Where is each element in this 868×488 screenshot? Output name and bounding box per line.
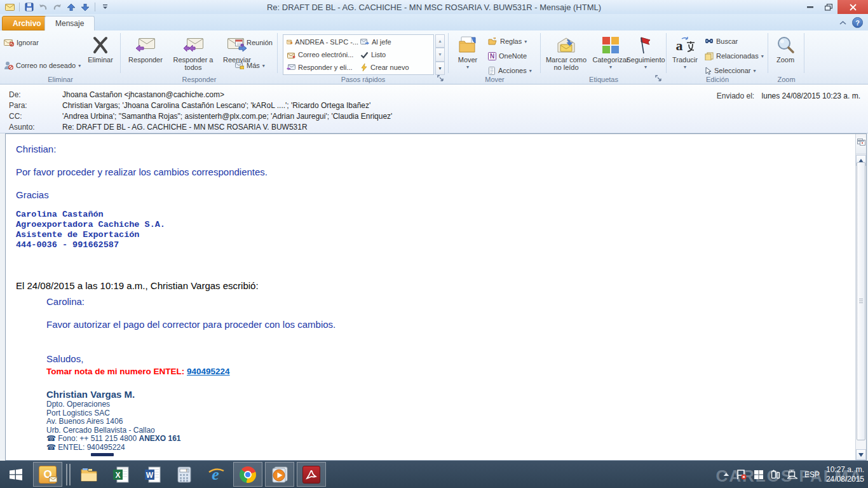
vertical-scrollbar[interactable]: [855, 134, 866, 460]
action-center-flag-icon[interactable]: [736, 470, 747, 480]
move-button[interactable]: Mover ▾: [451, 32, 484, 74]
header-cc-row: CC: 'Andrea Urbina'; "Samantha Rojas"; a…: [0, 112, 868, 123]
ribbon: Ignorar Correo no deseado ▾ Eliminar Eli…: [0, 30, 868, 85]
reply-envelope-icon: [135, 34, 156, 56]
title-bar: Re: DRAFT DE BL - AG. CACHICHE - MN MSC …: [0, 0, 868, 14]
ribbon-tab-row: Archivo Mensaje ?: [0, 14, 868, 30]
device-icon[interactable]: [770, 469, 780, 480]
start-icon: [9, 468, 23, 482]
dialog-launcher-icon[interactable]: [655, 75, 663, 83]
cc-value[interactable]: 'Andrea Urbina'; "Samantha Rojas"; asist…: [62, 112, 392, 123]
outlook-icon: O: [39, 466, 57, 484]
subject-value: Re: DRAFT DE BL - AG. CACHICHE - MN MSC …: [62, 123, 308, 133]
quickstep-al-jefe[interactable]: Al jefe: [358, 36, 432, 48]
minimize-button[interactable]: [801, 0, 819, 14]
help-icon[interactable]: ?: [852, 17, 863, 28]
to-label: Para:: [0, 101, 62, 112]
quickstep-andrea[interactable]: ANDREA - SLPC -...: [285, 36, 358, 48]
more-respond-button[interactable]: Más ▾: [235, 58, 273, 72]
calculator-icon: 0: [177, 466, 191, 483]
reply-button[interactable]: Responder: [123, 32, 168, 74]
svg-text:X: X: [115, 470, 120, 479]
scrollbar-thumb[interactable]: [857, 162, 865, 440]
scrollbar-split-handle[interactable]: [856, 138, 866, 154]
entel-note: Tomar nota de mi numero ENTEL: 940495224: [46, 365, 848, 377]
restore-button[interactable]: [819, 0, 837, 14]
acrobat-icon: [302, 466, 320, 484]
customize-qat-button[interactable]: [99, 1, 111, 13]
media-player-icon: [271, 466, 288, 483]
network-icon[interactable]: [787, 470, 798, 479]
taskbar-calculator[interactable]: 0: [170, 462, 199, 487]
quoted-message: Carolina: Favor autorizar el pago del co…: [46, 295, 848, 456]
taskbar-word[interactable]: W: [138, 462, 167, 487]
translate-button[interactable]: a Traducir ▾: [668, 32, 702, 74]
delete-x-icon: [91, 34, 110, 56]
sent-value: lunes 24/08/2015 10:23 a. m.: [762, 92, 860, 100]
clock[interactable]: 10:27 a. m. 24/08/2015: [826, 465, 864, 484]
zoom-magnifier-icon: [776, 34, 795, 56]
show-hidden-icons-icon[interactable]: [723, 472, 729, 477]
meeting-button[interactable]: Reunión: [235, 36, 273, 50]
signature-logo-partial: [91, 453, 114, 456]
next-item-button[interactable]: [79, 1, 91, 13]
taskbar-acrobat[interactable]: [297, 462, 326, 487]
windows-tray-icon[interactable]: [754, 470, 764, 480]
entel-number-link[interactable]: 940495224: [187, 367, 230, 376]
quickstep-correo-electronico[interactable]: Correo electróni...: [285, 48, 358, 61]
broken-image-icon: [857, 138, 865, 146]
taskbar-explorer[interactable]: [74, 462, 104, 487]
start-button[interactable]: [0, 461, 32, 488]
minimize-ribbon-icon[interactable]: [839, 20, 847, 25]
rules-button[interactable]: Reglas ▾: [488, 34, 532, 48]
taskbar-excel[interactable]: X: [106, 462, 135, 487]
scroll-down-button[interactable]: [856, 449, 866, 460]
from-value[interactable]: Jhoana Castañon <jhcastanon@cachiche.com…: [62, 90, 224, 101]
unread-envelope-icon: [555, 34, 577, 56]
sent-date: Enviado el: lunes 24/08/2015 10:23 a. m.: [717, 92, 860, 100]
mail-reply-icon: [287, 64, 295, 71]
taskbar-media-player[interactable]: [265, 462, 294, 487]
window-indicator-bars: [66, 464, 71, 485]
splitter-grip-icon: [858, 140, 864, 142]
group-label: Pasos rápidos: [278, 76, 449, 83]
cc-label: CC:: [0, 112, 62, 123]
gallery-more-button[interactable]: ▼: [435, 62, 445, 75]
taskbar-internet-explorer[interactable]: e: [201, 462, 231, 487]
taskbar-chrome[interactable]: [233, 462, 262, 487]
junk-mail-button[interactable]: Correo no deseado ▾: [4, 58, 81, 72]
tray-date: 24/08/2015: [826, 475, 864, 484]
dialog-launcher-icon[interactable]: [437, 75, 445, 83]
gallery-up-button[interactable]: ▲: [435, 34, 445, 48]
previous-item-button[interactable]: [65, 1, 77, 13]
group-responder: Responder Responder a todos Reenviar Reu…: [121, 30, 278, 85]
quickstep-listo[interactable]: Listo: [358, 48, 432, 61]
chrome-icon: [240, 466, 256, 483]
categorize-button[interactable]: Categorizar ▾: [590, 32, 631, 74]
related-button[interactable]: Relacionadas ▾: [705, 49, 764, 63]
find-button[interactable]: Buscar: [705, 34, 764, 48]
tab-mensaje[interactable]: Mensaje: [44, 16, 95, 30]
zoom-button[interactable]: Zoom: [766, 32, 804, 74]
to-value[interactable]: Christian Vargas; 'Jhoana Carolina Casta…: [62, 101, 370, 112]
word-icon: W: [144, 466, 161, 483]
outlook-message-window: { "window": { "title": "Re: DRAFT DE BL …: [0, 0, 868, 488]
header-subject-row: Asunto: Re: DRAFT DE BL - AG. CACHICHE -…: [0, 123, 868, 133]
redo-icon[interactable]: [51, 1, 63, 13]
reply-all-button[interactable]: Responder a todos: [169, 32, 217, 74]
taskbar-outlook[interactable]: O: [33, 462, 62, 487]
mark-unread-button[interactable]: Marcar como no leído: [542, 32, 590, 74]
paragraph: Por favor proceder y realizar los cambio…: [16, 166, 848, 178]
language-indicator[interactable]: ESP: [804, 470, 820, 479]
delete-button[interactable]: Eliminar: [80, 32, 121, 74]
quickstep-responder-eliminar[interactable]: Responder y eli...: [285, 61, 358, 74]
close-button[interactable]: [837, 0, 868, 14]
follow-up-button[interactable]: Seguimiento ▾: [626, 32, 665, 74]
quickstep-crear-nuevo[interactable]: Crear nuevo: [358, 61, 432, 74]
gallery-down-button[interactable]: ▼: [435, 48, 445, 61]
ignore-button[interactable]: Ignorar: [4, 36, 81, 50]
group-label: Eliminar: [0, 76, 121, 83]
onenote-button[interactable]: N OneNote: [488, 49, 532, 63]
undo-icon[interactable]: [37, 1, 49, 13]
save-button[interactable]: [24, 1, 35, 13]
